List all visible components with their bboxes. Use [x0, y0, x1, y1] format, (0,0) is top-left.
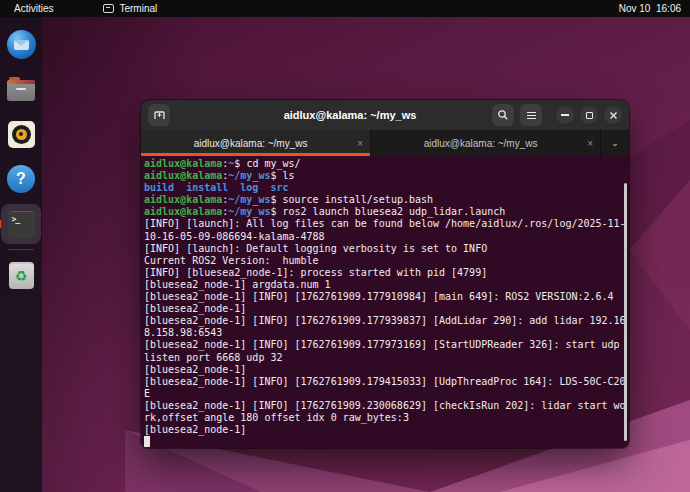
terminal-line: 10-16-05-09-086694-kalama-4788	[144, 231, 629, 243]
tab-2-close-icon[interactable]: ×	[587, 138, 593, 149]
terminal-line: aidlux@kalama:~/my_ws$ ros2 launch blues…	[144, 206, 629, 218]
thunderbird-icon	[7, 30, 36, 59]
terminal-line: [bluesea2_node-1] [INFO] [1762761909.179…	[144, 376, 629, 388]
terminal-content[interactable]: aidlux@kalama:~$ cd my_ws/aidlux@kalama:…	[141, 156, 629, 448]
terminal-line: [bluesea2_node-1]	[144, 424, 629, 436]
close-icon	[609, 111, 618, 120]
rhythmbox-icon	[8, 121, 35, 148]
tab-2[interactable]: aidlux@kalama: ~/my_ws ×	[371, 130, 601, 156]
close-button[interactable]	[604, 106, 622, 124]
terminal-line: [bluesea2_node-1] [INFO] [1762761909.230…	[144, 400, 629, 412]
terminal-scrollbar[interactable]	[624, 183, 627, 441]
terminal-line: 8.158.98:6543	[144, 327, 629, 339]
trash-icon: ♻	[9, 262, 34, 289]
terminal-line: Current ROS2 Version: humble	[144, 255, 629, 267]
dock-item-terminal[interactable]: >_	[5, 208, 37, 240]
maximize-icon	[586, 112, 593, 119]
terminal-line: [bluesea2_node-1] argdata.num 1	[144, 279, 629, 291]
terminal-line: aidlux@kalama:~/my_ws$ source install/se…	[144, 194, 629, 206]
dock-separator	[8, 249, 34, 250]
terminal-line: rk,offset angle 180 offset idx 0 raw_byt…	[144, 412, 629, 424]
dock-item-help[interactable]: ?	[5, 163, 37, 195]
terminal-line: [INFO] [launch]: Default logging verbosi…	[144, 243, 629, 255]
terminal-icon: >_	[8, 211, 35, 238]
terminal-line: listen port 6668 udp 32	[144, 352, 629, 364]
terminal-line: aidlux@kalama:~/my_ws$ ls	[144, 170, 629, 182]
app-menu-button[interactable]: Terminal	[103, 3, 157, 14]
help-icon: ?	[7, 165, 35, 193]
new-tab-icon	[153, 109, 166, 122]
tab-list-chevron-down-icon[interactable]: ⌄	[601, 130, 629, 156]
minimize-icon	[561, 114, 569, 116]
dock-item-rhythmbox[interactable]	[5, 118, 37, 150]
terminal-line: aidlux@kalama:~$ cd my_ws/	[144, 158, 629, 170]
search-button[interactable]	[492, 104, 514, 126]
search-icon	[497, 109, 509, 121]
window-headerbar[interactable]: aidlux@kalama: ~/my_ws	[141, 100, 629, 130]
terminal-line: [bluesea2_node-1]	[144, 303, 629, 315]
window-title: aidlux@kalama: ~/my_ws	[201, 109, 499, 121]
app-menu-label: Terminal	[119, 3, 157, 14]
minimize-button[interactable]	[556, 106, 574, 124]
maximize-button[interactable]	[580, 106, 598, 124]
terminal-line: [bluesea2_node-1] [INFO] [1762761909.177…	[144, 315, 629, 327]
terminal-line: E	[144, 388, 629, 400]
tab-1[interactable]: aidlux@kalama: ~/my_ws ×	[141, 130, 371, 156]
terminal-app-icon	[103, 4, 114, 13]
terminal-line: build install log src	[144, 182, 629, 194]
terminal-cursor	[144, 436, 150, 447]
terminal-line: [INFO] [bluesea2_node-1]: process starte…	[144, 267, 629, 279]
tab-bar: aidlux@kalama: ~/my_ws × aidlux@kalama: …	[141, 130, 629, 156]
dock-item-files[interactable]	[5, 73, 37, 105]
top-panel: Activities Terminal Nov 10 16:06	[0, 0, 690, 17]
tab-2-label: aidlux@kalama: ~/my_ws	[378, 138, 583, 149]
activities-button[interactable]: Activities	[10, 2, 57, 15]
terminal-line: [bluesea2_node-1] [INFO] [1762761909.177…	[144, 339, 629, 351]
dock: ? >_ ♻	[0, 17, 42, 492]
terminal-output: aidlux@kalama:~$ cd my_ws/aidlux@kalama:…	[144, 158, 629, 448]
files-icon	[7, 80, 35, 101]
tab-1-close-icon[interactable]: ×	[357, 138, 363, 149]
running-indicator	[0, 220, 1, 229]
terminal-line: [INFO] [launch]: All log files can be fo…	[144, 218, 629, 230]
menu-button[interactable]	[520, 104, 542, 126]
terminal-line: [bluesea2_node-1]	[144, 364, 629, 376]
terminal-line: [bluesea2_node-1] [INFO] [1762761909.177…	[144, 291, 629, 303]
dock-item-thunderbird[interactable]	[5, 28, 37, 60]
new-tab-button[interactable]	[148, 104, 170, 126]
clock[interactable]: Nov 10 16:06	[619, 3, 681, 14]
terminal-window: aidlux@kalama: ~/my_ws	[141, 100, 629, 448]
hamburger-icon	[526, 111, 537, 120]
tab-1-label: aidlux@kalama: ~/my_ws	[148, 138, 353, 149]
terminal-cursor-line	[144, 436, 629, 448]
dock-item-trash[interactable]: ♻	[5, 259, 37, 291]
